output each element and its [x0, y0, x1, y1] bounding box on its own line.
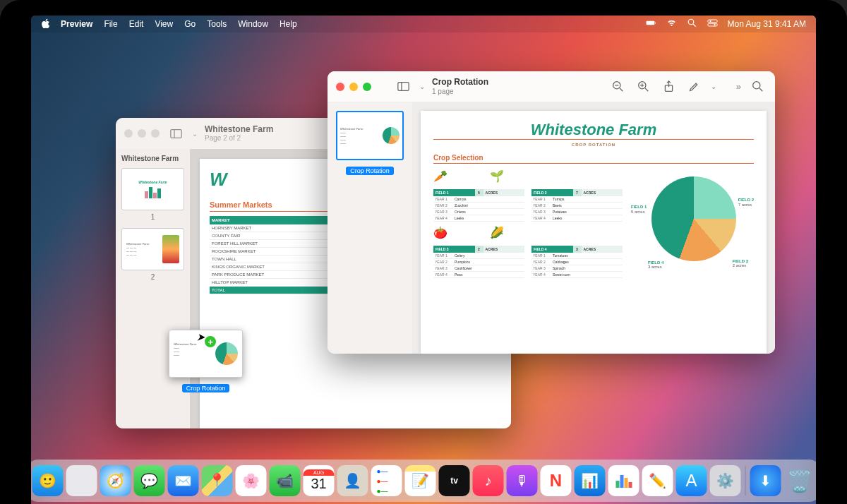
- window-title: Whitestone Farm Page 2 of 2: [205, 124, 273, 143]
- zoom-out-icon[interactable]: [609, 78, 627, 96]
- apple-menu-icon[interactable]: [41, 18, 51, 30]
- dock-trash-icon[interactable]: 🗑️: [784, 465, 815, 496]
- window-controls[interactable]: [336, 83, 371, 91]
- dock-reminders-icon[interactable]: ●—●—●—: [371, 465, 402, 496]
- doc-subtitle: CROP ROTATION: [433, 143, 754, 147]
- menu-go[interactable]: Go: [184, 19, 196, 29]
- dock-numbers-icon[interactable]: [608, 465, 639, 496]
- sidebar-toggle-icon[interactable]: [394, 78, 412, 96]
- dock-calendar-icon[interactable]: AUG31: [304, 465, 335, 496]
- dock-appstore-icon[interactable]: A: [676, 465, 707, 496]
- dock-preferences-icon[interactable]: ⚙️: [710, 465, 741, 496]
- battery-icon[interactable]: [646, 18, 656, 30]
- page-viewport[interactable]: Whitestone Farm CROP ROTATION Crop Selec…: [412, 102, 775, 354]
- market-cell: FOREST HILL MARKET: [210, 240, 334, 248]
- control-center-icon[interactable]: [707, 18, 718, 30]
- menu-window[interactable]: Window: [238, 19, 268, 29]
- window-controls[interactable]: [124, 129, 160, 138]
- svg-point-7: [714, 24, 715, 25]
- spotlight-icon[interactable]: [687, 18, 697, 30]
- svg-rect-10: [397, 83, 408, 91]
- doc-title: Whitestone Farm: [433, 121, 754, 140]
- dock-tv-icon[interactable]: tv: [439, 465, 470, 496]
- thumb-label: Crop Rotation: [346, 167, 394, 175]
- market-cell: TOWN HALL: [210, 256, 334, 263]
- svg-rect-4: [707, 20, 717, 23]
- share-icon[interactable]: [660, 78, 678, 96]
- dock-contacts-icon[interactable]: 👤: [337, 465, 368, 496]
- svg-line-16: [645, 88, 648, 91]
- market-cell: ROCKSHIRE MARKET: [210, 248, 334, 256]
- acreage-pie-chart: FIELD 15 acres FIELD 27 acres FIELD 32 a…: [634, 169, 754, 275]
- menu-help[interactable]: Help: [280, 19, 297, 29]
- dock-safari-icon[interactable]: 🧭: [100, 465, 131, 496]
- menu-view[interactable]: View: [155, 19, 173, 29]
- menubar: Preview File Edit View Go Tools Window H…: [31, 16, 816, 32]
- svg-line-13: [620, 88, 623, 91]
- dock-separator: [745, 466, 746, 496]
- dock-pages-icon[interactable]: ✏️: [642, 465, 673, 496]
- cursor-icon: ➤: [197, 332, 205, 342]
- app-name[interactable]: Preview: [61, 19, 92, 29]
- preview-window-crop-rotation: ⌄ Crop Rotation 1 page ⌄ »: [328, 71, 775, 354]
- dock: 🙂 🧭 💬 ✉️ 📍 🌸 📹 AUG31 👤 ●—●—●— 📝 tv ♪ 🎙 N…: [31, 460, 816, 502]
- clock[interactable]: Mon Aug 31 9:41 AM: [728, 19, 806, 29]
- dock-photos-icon[interactable]: 🌸: [236, 465, 267, 496]
- dock-podcasts-icon[interactable]: 🎙: [507, 465, 538, 496]
- sidebar-title: Whitestone Farm: [121, 155, 184, 162]
- thumbnail-sidebar: Whitestone Farm———————— Crop Rotation: [328, 102, 412, 354]
- field-table: FIELD 15ACRESYEAR 1CarrotsYEAR 2Zucchini…: [433, 189, 524, 222]
- zoom-in-icon[interactable]: [635, 78, 653, 96]
- dock-notes-icon[interactable]: 📝: [405, 465, 436, 496]
- dock-news-icon[interactable]: N: [541, 465, 572, 496]
- search-icon[interactable]: [748, 78, 767, 96]
- market-cell: PARK PRODUCE MARKET: [210, 271, 334, 279]
- thumb-number: 1: [121, 213, 184, 221]
- dock-facetime-icon[interactable]: 📹: [270, 465, 301, 496]
- svg-line-3: [693, 24, 696, 27]
- window-title: Crop Rotation 1 page: [432, 77, 488, 95]
- svg-rect-5: [707, 23, 717, 26]
- svg-point-21: [752, 82, 759, 89]
- svg-rect-8: [170, 129, 181, 138]
- dock-messages-icon[interactable]: 💬: [134, 465, 165, 496]
- svg-point-6: [709, 20, 711, 22]
- market-cell: COUNTY FAIR: [210, 232, 334, 240]
- market-cell: HILLTOP MARKET: [210, 279, 334, 287]
- market-cell: HORNSBY MARKET: [210, 224, 334, 232]
- dock-mail-icon[interactable]: ✉️: [168, 465, 199, 496]
- dock-maps-icon[interactable]: 📍: [202, 465, 233, 496]
- dock-keynote-icon[interactable]: 📊: [575, 465, 606, 496]
- section-heading: Crop Selection: [433, 154, 754, 164]
- overflow-icon[interactable]: »: [736, 81, 741, 92]
- field-table: FIELD 32ACRESYEAR 1CeleryYEAR 2PumpkinsY…: [433, 246, 524, 278]
- menu-tools[interactable]: Tools: [207, 19, 227, 29]
- svg-line-22: [759, 88, 762, 91]
- field-table: FIELD 27ACRESYEAR 1TurnipsYEAR 2BeetsYEA…: [531, 189, 623, 222]
- page-thumbnail-1[interactable]: Whitestone Farm————————: [336, 111, 404, 160]
- svg-rect-1: [654, 22, 655, 23]
- market-cell: KINGS ORGANIC MARKET: [210, 263, 334, 271]
- page-thumbnail-2[interactable]: Whitestone Farm— — —— — —— — —: [121, 228, 184, 270]
- markup-icon[interactable]: [685, 78, 704, 96]
- dock-launchpad-icon[interactable]: [66, 465, 97, 496]
- field-table: FIELD 43ACRESYEAR 1TomatoesYEAR 2Cabbage…: [531, 246, 623, 278]
- dock-music-icon[interactable]: ♪: [473, 465, 504, 496]
- sidebar-toggle-icon[interactable]: [167, 124, 185, 143]
- menu-file[interactable]: File: [104, 19, 117, 29]
- drag-label: Crop Rotation: [182, 384, 230, 392]
- svg-rect-0: [646, 21, 654, 25]
- dock-finder-icon[interactable]: 🙂: [32, 465, 64, 496]
- dragged-thumbnail[interactable]: ➤ Whitestone Farm—————— Crop Rotation: [169, 330, 243, 393]
- wifi-icon[interactable]: [666, 18, 677, 30]
- menu-edit[interactable]: Edit: [129, 19, 144, 29]
- svg-point-2: [688, 19, 694, 25]
- thumb-number: 2: [121, 273, 184, 281]
- page-thumbnail-1[interactable]: Whitestone Farm: [121, 168, 184, 210]
- dock-downloads-icon[interactable]: ⬇: [750, 465, 781, 496]
